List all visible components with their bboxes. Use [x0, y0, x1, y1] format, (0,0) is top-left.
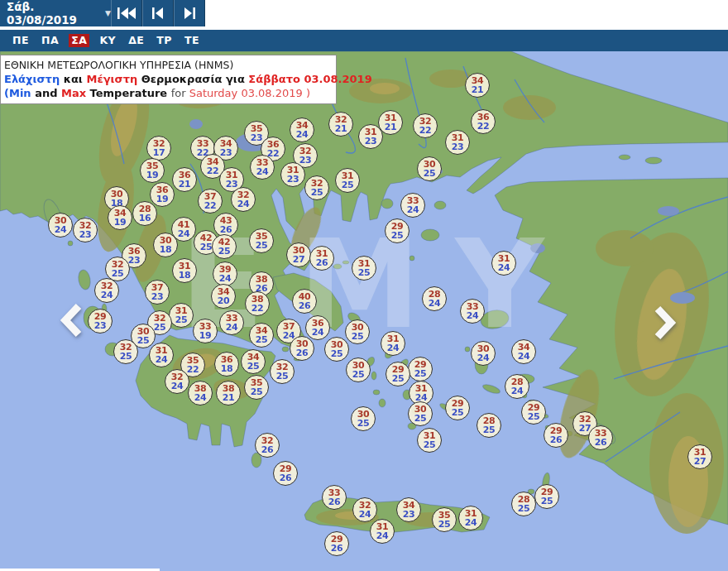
min-temperature: 25 [352, 370, 365, 379]
min-temperature: 23 [226, 180, 238, 189]
min-temperature: 24 [156, 355, 168, 364]
title-segment: Saturday 03.08.2019 ) [189, 87, 310, 99]
min-temperature: 25 [175, 315, 188, 324]
min-temperature: 25 [541, 497, 553, 506]
min-temperature: 22 [419, 126, 432, 135]
station-temperature-badge: 3621 [172, 167, 197, 192]
station-temperature-badge: 3125 [169, 303, 194, 328]
min-temperature: 22 [207, 166, 219, 175]
min-temperature: 24 [477, 353, 490, 362]
min-temperature: 24 [55, 225, 67, 234]
station-temperature-badge: 3024 [471, 341, 496, 366]
station-temperature-badge: 3723 [145, 280, 170, 305]
station-temperature-badge: 3123 [358, 124, 383, 149]
min-temperature: 24 [387, 343, 400, 353]
date-label: Σάβ. 03/08/2019 [7, 0, 101, 26]
min-temperature: 25 [247, 362, 260, 371]
day-tab-ΠΑ[interactable]: ΠΑ [39, 34, 61, 48]
min-temperature: 25 [424, 169, 436, 178]
station-temperature-badge: 3326 [322, 485, 347, 510]
min-temperature: 25 [137, 336, 150, 345]
min-temperature: 25 [112, 269, 124, 278]
min-temperature: 23 [452, 142, 464, 151]
station-temperature-badge: 3722 [198, 189, 223, 214]
station-temperature-badge: 3224 [231, 187, 256, 212]
min-temperature: 25 [342, 180, 354, 190]
step-forward-icon [184, 7, 195, 19]
station-temperature-badge: 3525 [244, 375, 269, 400]
min-temperature: 24 [376, 531, 389, 540]
station-temperature-badge: 3025 [324, 337, 349, 362]
station-temperature-badge: 2925 [534, 484, 559, 509]
station-temperature-badge: 3124 [370, 519, 395, 544]
min-temperature: 23 [128, 256, 141, 265]
step-forward-button[interactable] [174, 0, 205, 26]
min-temperature: 21 [472, 85, 484, 94]
station-temperature-badge: 2825 [511, 492, 536, 516]
station-temperature-badge: 4026 [292, 289, 317, 314]
min-temperature: 24 [312, 328, 324, 337]
min-temperature: 25 [358, 268, 371, 277]
min-temperature: 25 [120, 352, 132, 361]
min-temperature: 26 [299, 301, 311, 310]
station-temperature-badge: 3024 [48, 213, 73, 238]
previous-map-arrow[interactable] [58, 302, 86, 342]
next-map-arrow[interactable] [650, 305, 678, 344]
title-segment: Max [61, 87, 90, 99]
station-temperature-badge: 3425 [249, 323, 274, 348]
station-temperature-badge: 3324 [460, 299, 485, 324]
title-info-box: ΕΘΝΙΚΗ ΜΕΤΕΩΡΟΛΟΓΙΚΗ ΥΠΗΡΕΣΙΑ (HNMS) Ελά… [0, 55, 337, 104]
min-temperature: 26 [550, 435, 563, 444]
station-temperature-badge: 3224 [352, 497, 377, 522]
min-temperature: 22 [477, 122, 490, 131]
min-temperature: 22 [251, 304, 264, 313]
min-temperature: 24 [219, 274, 232, 283]
min-temperature: 24 [256, 167, 269, 176]
title-segment: Θερμοκρασία για [141, 73, 249, 85]
min-temperature: 23 [403, 510, 415, 519]
station-temperature-badge: 2824 [422, 286, 447, 311]
day-tab-ΤΡ[interactable]: ΤΡ [154, 34, 175, 48]
station-temperature-badge: 3225 [113, 339, 138, 364]
min-temperature: 24 [171, 381, 184, 391]
station-temperature-badge: 3622 [471, 109, 496, 134]
station-temperature-badge: 4225 [212, 234, 237, 259]
day-tab-ΠΕ[interactable]: ΠΕ [10, 34, 31, 48]
day-tab-ΔΕ[interactable]: ΔΕ [126, 34, 146, 48]
min-temperature: 26 [595, 438, 607, 447]
title-segment: Μέγιστη [86, 73, 141, 85]
station-temperature-badge: 2824 [505, 374, 529, 399]
station-temperature-badge: 3025 [351, 406, 376, 431]
station-temperature-badge: 3525 [249, 228, 274, 253]
min-temperature: 23 [94, 321, 107, 330]
min-temperature: 25 [331, 349, 343, 358]
date-dropdown-button[interactable]: Σάβ. 03/08/2019 ▼ [0, 0, 111, 26]
station-temperature-badge: 3619 [150, 182, 175, 207]
station-temperature-badge: 3025 [408, 401, 433, 426]
skip-to-first-button[interactable] [111, 0, 142, 26]
min-temperature: 24 [407, 205, 419, 214]
title-segment: for [171, 87, 189, 99]
min-temperature: 24 [518, 352, 530, 361]
station-temperature-badge: 3824 [188, 381, 213, 405]
min-temperature: 27 [293, 255, 305, 264]
title-greek: Ελάχιστη και Μέγιστη Θερμοκρασία για Σάβ… [4, 72, 331, 86]
day-tab-ΤΕ[interactable]: ΤΕ [182, 34, 202, 48]
step-back-button[interactable] [142, 0, 174, 26]
min-temperature: 25 [357, 419, 370, 428]
station-temperature-badge: 3525 [432, 507, 457, 532]
station-temperature-badge: 3025 [346, 357, 371, 382]
min-temperature: 24 [467, 311, 479, 320]
station-temperature-badge: 3123 [445, 130, 470, 155]
station-temperature-badge: 3324 [219, 310, 244, 335]
title-segment: and [35, 87, 61, 99]
day-tab-ΚΥ[interactable]: ΚΥ [97, 34, 118, 48]
day-tab-ΣΑ[interactable]: ΣΑ [69, 34, 89, 48]
weekday-strip: ΠΕΠΑΣΑΚΥΔΕΤΡΤΕ [0, 30, 728, 51]
station-temperature-badge: 3420 [211, 284, 236, 309]
min-temperature: 19 [146, 170, 159, 180]
min-temperature: 19 [199, 331, 212, 340]
min-temperature: 23 [251, 133, 263, 142]
station-temperature-badge: 3123 [280, 162, 305, 187]
station-temperature-badge: 3118 [172, 258, 197, 283]
